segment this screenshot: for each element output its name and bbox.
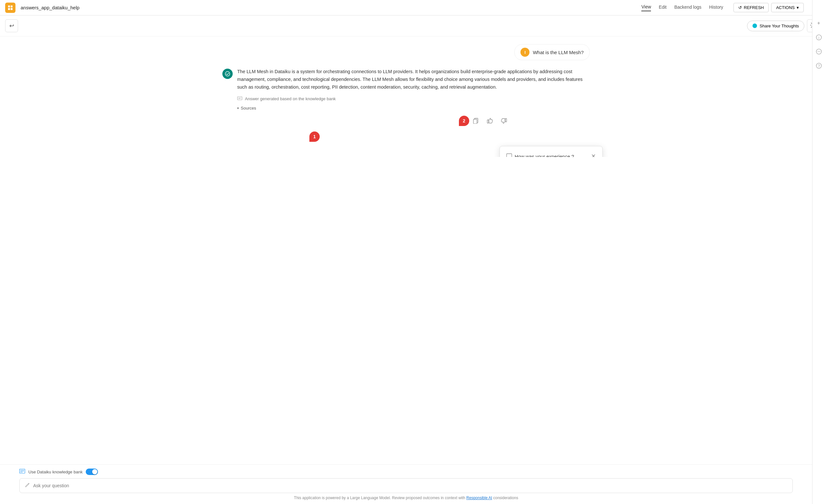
rail-chat-icon[interactable] xyxy=(815,48,823,56)
annotation-1: 1 xyxy=(309,132,320,142)
thumbs-up-icon[interactable] xyxy=(485,116,495,126)
nav-view[interactable]: View xyxy=(641,4,651,11)
svg-rect-18 xyxy=(473,119,477,124)
share-thoughts-button[interactable]: Share Your Thoughts xyxy=(747,21,804,31)
history-icon: ↩ xyxy=(9,22,14,29)
svg-rect-14 xyxy=(237,97,242,100)
toolbar-right: Share Your Thoughts xyxy=(747,19,820,32)
sources-label: Sources xyxy=(241,106,256,111)
question-text: What is the LLM Mesh? xyxy=(533,50,584,55)
user-initial: I xyxy=(525,50,526,55)
svg-rect-0 xyxy=(8,5,10,7)
svg-text:i: i xyxy=(818,36,819,40)
svg-point-8 xyxy=(819,51,819,52)
feedback-popup: How was your experience ? ✕ What do you … xyxy=(500,146,603,157)
copy-icon[interactable] xyxy=(470,116,481,126)
answer-source: Answer generated based on the knowledge … xyxy=(237,96,590,102)
sources-toggle[interactable]: ▾ Sources xyxy=(237,106,590,111)
history-button[interactable]: ↩ xyxy=(5,19,18,32)
rail-plus-icon[interactable]: + xyxy=(815,19,823,27)
user-avatar: I xyxy=(520,48,529,57)
svg-rect-19 xyxy=(487,120,489,123)
top-nav: View Edit Backend logs History xyxy=(641,4,723,11)
nav-history[interactable]: History xyxy=(709,4,724,11)
nav-backend-logs[interactable]: Backend logs xyxy=(674,4,701,11)
svg-rect-3 xyxy=(11,8,13,10)
app-logo xyxy=(5,3,15,13)
share-thoughts-label: Share Your Thoughts xyxy=(760,23,799,28)
rail-help-icon[interactable]: ? xyxy=(815,62,823,70)
chevron-down-icon: ▾ xyxy=(797,5,799,10)
topbar: answers_app_dataiku_help View Edit Backe… xyxy=(0,0,825,15)
chat-bubble-icon xyxy=(506,153,512,157)
rail-info-icon[interactable]: i xyxy=(815,33,823,41)
svg-rect-2 xyxy=(8,8,10,10)
annotation-2: 2 xyxy=(459,116,469,126)
secondary-toolbar: ↩ Share Your Thoughts xyxy=(0,15,825,37)
actions-button[interactable]: ACTIONS ▾ xyxy=(771,3,804,12)
popup-title: How was your experience ? xyxy=(506,153,574,157)
answer-block: The LLM Mesh in Dataiku is a system for … xyxy=(222,68,590,113)
refresh-icon: ↺ xyxy=(738,5,742,10)
refresh-label: REFRESH xyxy=(744,5,764,10)
answer-content: The LLM Mesh in Dataiku is a system for … xyxy=(237,68,590,113)
actions-label: ACTIONS xyxy=(776,5,795,10)
question-row: I What is the LLM Mesh? xyxy=(222,44,590,60)
svg-point-7 xyxy=(818,51,818,52)
svg-point-9 xyxy=(820,51,820,52)
page-title: answers_app_dataiku_help xyxy=(21,5,636,10)
svg-text:?: ? xyxy=(818,64,820,68)
action-icons-row: 2 xyxy=(222,116,509,126)
source-label: Answer generated based on the knowledge … xyxy=(245,96,336,101)
popup-header: How was your experience ? ✕ xyxy=(506,153,596,157)
source-icon xyxy=(237,96,242,102)
right-rail: + i ? xyxy=(812,0,825,157)
answer-text: The LLM Mesh in Dataiku is a system for … xyxy=(237,68,590,91)
svg-rect-1 xyxy=(11,5,13,7)
close-icon[interactable]: ✕ xyxy=(591,153,596,157)
main-content: I What is the LLM Mesh? The LLM Mesh in … xyxy=(203,37,622,157)
question-bubble: I What is the LLM Mesh? xyxy=(514,44,590,60)
thumbs-down-icon[interactable] xyxy=(499,116,509,126)
svg-rect-20 xyxy=(505,119,507,122)
chevron-down-icon: ▾ xyxy=(237,106,239,110)
svg-point-13 xyxy=(225,72,230,76)
share-dot-icon xyxy=(752,23,757,28)
popup-title-text: How was your experience ? xyxy=(515,154,574,157)
topbar-actions: ↺ REFRESH ACTIONS ▾ xyxy=(734,3,804,12)
nav-edit[interactable]: Edit xyxy=(659,4,666,11)
answer-avatar xyxy=(222,69,233,79)
refresh-button[interactable]: ↺ REFRESH xyxy=(734,3,769,12)
